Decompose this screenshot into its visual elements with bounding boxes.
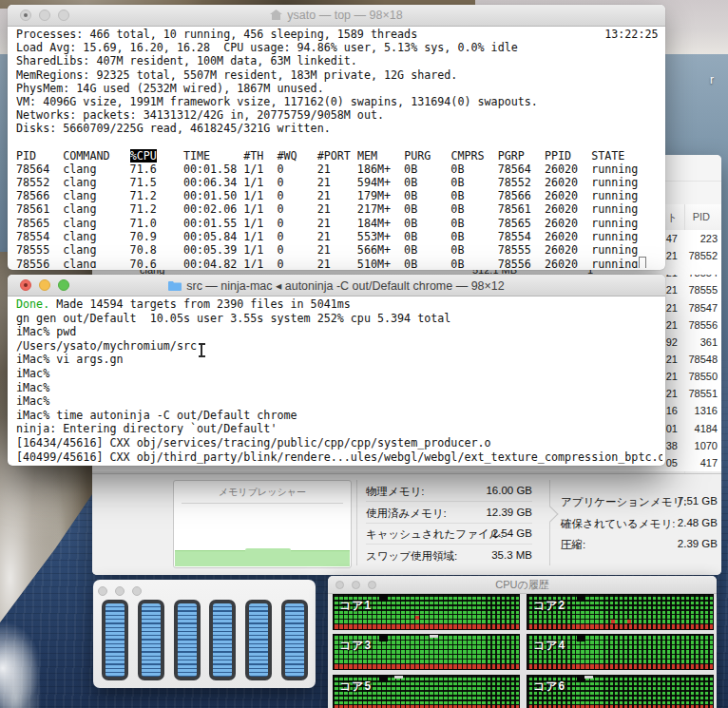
terminal-line: Done. Made 14594 targets from 2390 files…	[16, 297, 662, 312]
process-pid: 78548	[688, 354, 718, 365]
close-button[interactable]	[98, 586, 107, 596]
terminal-line: ninja: Entering directory `out/Default'	[16, 422, 662, 436]
window-title: src — ninja-mac ◂ autoninja -C out/Defau…	[8, 275, 665, 296]
memory-pressure-title: メモリプレッシャー	[174, 486, 351, 499]
memory-stat-row: 使用済みメモリ:12.39 GB	[366, 503, 532, 524]
process-port-count: 21	[666, 388, 678, 399]
terminal-line: Disks: 5660709/225G read, 4618245/321G w…	[16, 122, 662, 135]
terminal-line: Networks: packets: 34131312/42G in, 2077…	[16, 108, 662, 122]
cpu-meter-fill	[178, 603, 197, 677]
cpu-meter-bar	[281, 600, 308, 680]
memory-stat-row: 圧縮:2.39 GB	[561, 534, 718, 555]
usage-notch	[379, 676, 388, 682]
stat-value: 12.39 GB	[486, 507, 532, 518]
top-process-row: 78555 clang 70.8 00:05.39 1/1 0 21 566M+…	[16, 243, 662, 257]
process-port-count: 47	[666, 233, 678, 244]
terminal-line: /Users/ysato/mychromium/src	[16, 339, 662, 354]
core-system-row	[334, 664, 519, 669]
cpu-meter-bar	[209, 600, 236, 680]
cpu-core-panel: コア2	[527, 594, 714, 630]
process-port-count: 21	[666, 319, 678, 331]
window-title: ysato — top — 98×18	[8, 5, 665, 26]
cpu-core-panel: コア5	[333, 675, 520, 708]
header-pre: PID COMMAND	[16, 149, 130, 163]
process-pid: 417	[700, 457, 718, 469]
terminal-line: VM: 4096G vsize, 1991M framework vsize, …	[16, 95, 662, 108]
system-blip	[415, 616, 419, 620]
process-port-count: 21	[666, 302, 678, 314]
core-system-row	[527, 664, 713, 669]
cpu-core-panel: コア3	[333, 634, 520, 670]
top-process-row: 78552 clang 71.5 00:06.34 1/1 0 21 594M+…	[16, 176, 662, 189]
usage-notch	[430, 635, 438, 638]
core-label: コア6	[533, 679, 565, 695]
memory-stat-row: スワップ使用領域:35.3 MB	[366, 545, 532, 566]
usage-notch	[577, 635, 585, 641]
stat-label: 確保されているメモリ:	[561, 517, 675, 531]
core-label: コア3	[339, 638, 372, 654]
process-pid: 1316	[695, 405, 718, 416]
top-process-row: 78564 clang 71.6 00:01.58 1/1 0 21 186M+…	[16, 163, 662, 176]
core-label: コア1	[339, 598, 372, 614]
stat-value: 2.54 GB	[492, 527, 532, 539]
core-label: コア2	[533, 598, 565, 614]
usage-notch	[394, 676, 403, 679]
stat-value: 2.39 GB	[678, 538, 718, 549]
cpu-history-window: CPUの履歴 コア1コア2コア3コア4コア5コア6	[328, 576, 717, 708]
stat-value: 35.3 MB	[491, 549, 532, 561]
zoom-button[interactable]	[132, 586, 142, 596]
column-header-pid[interactable]: PID	[693, 211, 710, 222]
column-header-port[interactable]: ト	[667, 211, 678, 225]
top-process-row: 78561 clang 71.2 00:02.06 1/1 0 21 217M+…	[16, 202, 662, 216]
window-title-text: src — ninja-mac ◂ autoninja -C out/Defau…	[186, 278, 505, 293]
minimize-button[interactable]	[115, 586, 125, 596]
top-process-row: 78554 clang 70.9 00:05.84 1/1 0 21 553M+…	[16, 230, 662, 243]
terminal-top-body[interactable]: Processes: 466 total, 10 running, 456 sl…	[16, 28, 662, 268]
wallpaper-foam	[0, 608, 52, 708]
memory-pressure-graph: メモリプレッシャー	[173, 480, 352, 568]
stat-label: アプリケーションメモリ:	[561, 495, 686, 509]
terminal-build-body[interactable]: Done. Made 14594 targets from 2390 files…	[16, 297, 662, 464]
terminal-line: iMac%	[16, 367, 662, 381]
usage-notch	[379, 635, 388, 641]
terminal-line: PhysMem: 14G used (2532M wired), 1867M u…	[16, 82, 662, 95]
terminal-line	[16, 136, 662, 149]
top-process-row: 78566 clang 71.2 00:01.50 1/1 0 21 179M+…	[16, 189, 662, 202]
terminal-line: iMac% vi args.gn	[16, 353, 662, 367]
process-port-count: 21	[666, 250, 678, 261]
header-post: TIME #TH #WQ #PORT MEM PURG CMPRS PGRP P…	[157, 149, 625, 163]
process-pid: 1070	[695, 440, 718, 451]
window-title-text: ysato — top — 98×18	[287, 9, 402, 22]
stat-value: 7.51 GB	[678, 495, 718, 507]
core-system-row	[527, 624, 713, 629]
stat-label: 圧縮:	[561, 538, 585, 552]
stat-label: スワップ使用領域:	[366, 549, 457, 564]
top-process-row: 78556 clang 70.6 00:04.82 1/1 0 21 510M+…	[16, 257, 662, 268]
graph-rule	[182, 503, 343, 504]
process-pid: 223	[700, 233, 718, 244]
usage-notch	[379, 595, 388, 602]
terminal-top-titlebar[interactable]: ysato — top — 98×18	[8, 5, 665, 27]
done-text: Done.	[16, 297, 49, 311]
cpu-meter-fill	[142, 603, 161, 677]
process-port-count: 01	[666, 423, 678, 434]
folder-icon	[168, 280, 182, 291]
terminal-line: Processes: 466 total, 10 running, 456 sl…	[16, 28, 662, 41]
cpu-meter-bar	[174, 600, 201, 680]
core-label: コア5	[339, 679, 372, 695]
stat-label: 使用済みメモリ:	[366, 507, 447, 521]
cpu-meter-fill	[213, 603, 232, 677]
terminal-line: iMac%	[16, 381, 662, 395]
cpu-meter-fill	[285, 603, 304, 677]
done-rest: Made 14594 targets from 2390 files in 50…	[49, 297, 351, 311]
terminal-build-window: src — ninja-mac ◂ autoninja -C out/Defau…	[8, 275, 665, 466]
process-port-count: 21	[666, 354, 678, 365]
process-port-count: 16	[666, 405, 678, 416]
terminal-build-titlebar[interactable]: src — ninja-mac ◂ autoninja -C out/Defau…	[8, 275, 665, 297]
process-pid: 78556	[688, 319, 718, 331]
terminal-line: MemRegions: 92325 total, 5507M resident,…	[16, 68, 662, 82]
cpu-meter-fill	[249, 603, 268, 677]
system-blip	[627, 620, 631, 623]
cpu-history-titlebar[interactable]: CPUの履歴	[328, 576, 717, 594]
memory-pressure-fill	[175, 550, 350, 566]
